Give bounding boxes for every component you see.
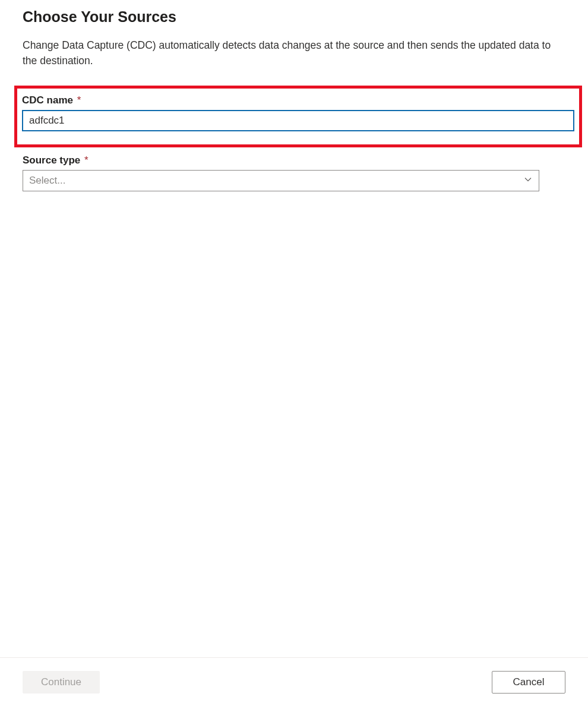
required-asterisk: * [77, 94, 81, 106]
page-title: Choose Your Sources [23, 8, 565, 26]
source-type-field-group: Source type * Select... [23, 155, 565, 191]
source-type-label-text: Source type [23, 155, 80, 166]
source-type-select-wrapper: Select... [23, 170, 539, 191]
footer-bar: Continue Cancel [0, 657, 588, 706]
cdc-name-field-group: CDC name * [22, 94, 574, 131]
source-type-select[interactable]: Select... [23, 170, 539, 191]
page-description: Change Data Capture (CDC) automatically … [23, 37, 563, 69]
source-type-placeholder: Select... [29, 175, 65, 187]
cdc-name-input[interactable] [22, 110, 574, 131]
cdc-name-label-text: CDC name [22, 94, 73, 106]
cdc-name-highlight: CDC name * [14, 86, 582, 147]
cancel-button[interactable]: Cancel [492, 671, 565, 694]
cdc-name-label: CDC name * [22, 94, 574, 106]
continue-button[interactable]: Continue [23, 671, 100, 694]
required-asterisk: * [84, 155, 88, 166]
source-type-label: Source type * [23, 155, 565, 166]
